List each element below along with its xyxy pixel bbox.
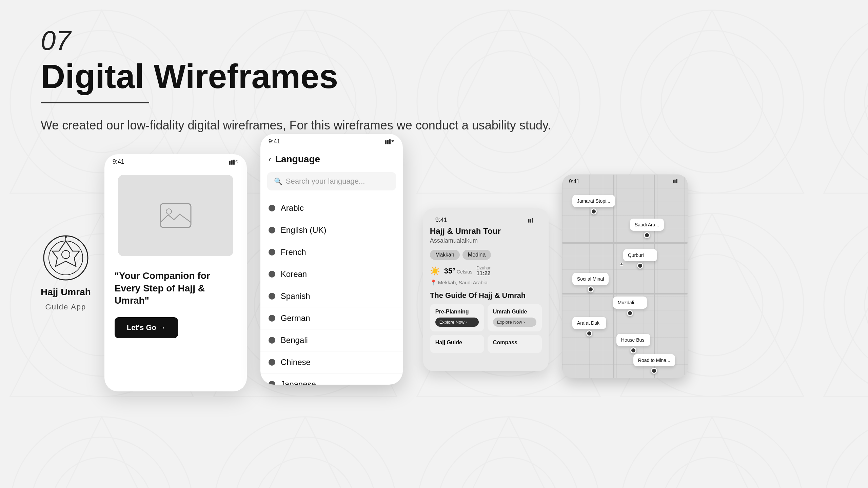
svg-rect-13 [389, 139, 391, 144]
phone4-screen[interactable]: 9:41 Jamarat Stopi... Saudi Ara... Qurbu… [562, 175, 688, 378]
map-card-8: Road to Mina... [633, 354, 675, 366]
weather-icon: ☀️ [430, 266, 440, 276]
svg-rect-14 [528, 219, 529, 222]
guide-section-title: The Guide Of Hajj & Umrah [430, 291, 542, 300]
explore-arrow-icon: › [466, 320, 467, 325]
phone2-time: 9:41 [269, 138, 280, 145]
lang-item-english[interactable]: English (UK) [260, 219, 403, 241]
lang-item-german[interactable]: German [260, 307, 403, 329]
svg-marker-2 [52, 241, 79, 266]
guide-card-umrah[interactable]: Umrah Guide Explore Now › [488, 304, 542, 331]
map-road-h1 [562, 242, 688, 244]
back-button[interactable]: ‹ [269, 155, 271, 164]
map-road-h2 [562, 293, 688, 294]
image-placeholder-icon [159, 202, 193, 229]
map-pin-4: Soci al Minal [572, 273, 609, 292]
lang-bengali: Bengali [281, 336, 308, 345]
phone1-content: "Your Companion for Every Step of Hajj &… [104, 263, 247, 345]
lang-item-korean[interactable]: Korean [260, 263, 403, 285]
svg-rect-16 [532, 218, 533, 223]
lang-item-japanese[interactable]: Japanese [260, 373, 403, 385]
phone4-time: 9:41 [569, 179, 579, 185]
phones-container: Hajj Umrah Guide App 9:41 [41, 154, 827, 391]
weather-row: ☀️ 35° Celsius Dzuhur 11:22 [430, 265, 542, 277]
map-pin-6: Arafat Dak [572, 317, 606, 337]
svg-rect-15 [530, 219, 531, 223]
explore-preplanning-label: Explore Now [439, 320, 465, 325]
lang-dot-arabic [269, 205, 275, 211]
lang-dot-korean [269, 271, 275, 278]
map-pin-5: Muzdali... [613, 297, 647, 316]
map-card-6: Arafat Dak [572, 317, 606, 329]
lang-arabic: Arabic [281, 203, 304, 213]
logo-title: Hajj Umrah [41, 287, 91, 298]
search-icon: 🔍 [274, 177, 282, 185]
hajj-guide-title: Hajj Guide [435, 340, 479, 346]
lang-item-chinese[interactable]: Chinese [260, 351, 403, 373]
guide-card-hajj[interactable]: Hajj Guide [430, 335, 484, 353]
svg-rect-12 [387, 140, 389, 144]
explore-umrah-button[interactable]: Explore Now › [493, 318, 536, 327]
language-search-bar[interactable]: 🔍 Search your language... [267, 172, 396, 190]
map-card-3: Qurburi [623, 249, 657, 261]
map-card-7: House Bus [616, 334, 650, 346]
section-description: We created our low-fidality digital wire… [41, 117, 827, 134]
map-pin-2: Saudi Ara... [630, 219, 664, 238]
language-header: ‹ Language [260, 148, 403, 169]
svg-point-10 [166, 209, 172, 214]
temp-unit: Celsius [457, 269, 472, 274]
lang-dot-japanese [269, 381, 275, 385]
hajj-greeting: Assalamualaikum [430, 237, 542, 244]
svg-point-1 [49, 241, 83, 275]
dzuhur-time: 11:22 [476, 270, 491, 277]
map-pin-3: Qurburi [623, 249, 657, 269]
lang-french: French [281, 247, 306, 257]
guide-card-compass[interactable]: Compass [488, 335, 542, 353]
svg-rect-6 [229, 161, 231, 165]
location-row: 📍 Mekkah, Saudi Arabia [430, 279, 542, 286]
phone2-screen[interactable]: 9:41 ‹ Language 🔍 Search your language..… [260, 134, 403, 385]
tag-medina: Medina [462, 250, 491, 260]
logo-subtitle: Guide App [45, 303, 86, 311]
phone2-status-icons [385, 139, 395, 144]
hajj-tour-title: Hajj & Umrah Tour [430, 226, 542, 236]
lang-item-arabic[interactable]: Arabic [260, 197, 403, 219]
search-placeholder-text: Search your language... [286, 177, 365, 186]
lang-item-spanish[interactable]: Spanish [260, 285, 403, 307]
phone2-inner: 9:41 ‹ Language 🔍 Search your language..… [260, 134, 403, 385]
location-text: Mekkah, Saudi Arabia [438, 280, 488, 285]
phone3-time: 9:41 [435, 217, 447, 224]
guide-card-preplanning[interactable]: Pre-Planning Explore Now › [430, 304, 484, 331]
phone1-status-bar: 9:41 [104, 154, 247, 168]
phone1-screen[interactable]: 9:41 "Your Companion for Every Step of H… [104, 154, 247, 391]
lang-dot-bengali [269, 337, 275, 344]
map-dot-4 [588, 286, 594, 292]
lang-spanish: Spanish [281, 291, 310, 301]
map-container: 9:41 Jamarat Stopi... Saudi Ara... Qurbu… [562, 175, 688, 378]
guide-section: The Guide Of Hajj & Umrah Pre-Planning E… [430, 291, 542, 353]
svg-point-5 [65, 236, 67, 238]
lang-item-bengali[interactable]: Bengali [260, 329, 403, 351]
language-list: Arabic English (UK) French Korean [260, 194, 403, 385]
lang-item-french[interactable]: French [260, 241, 403, 263]
lets-go-button[interactable]: Let's Go → [115, 317, 178, 338]
logo-section: Hajj Umrah Guide App [41, 234, 91, 311]
temperature: 35° [444, 267, 455, 276]
lang-japanese: Japanese [281, 380, 316, 385]
explore-preplanning-button[interactable]: Explore Now › [435, 318, 479, 327]
location-tags: Makkah Medina [430, 250, 542, 260]
map-pin-8: Road to Mina... [633, 354, 675, 374]
map-card-5: Muzdali... [613, 297, 647, 309]
map-dot-2 [644, 232, 650, 238]
lang-dot-english [269, 227, 275, 233]
lets-go-label: Let's Go → [127, 323, 166, 332]
map-pin-1: Jamarat Stopi... [572, 195, 615, 215]
phone1-time: 9:41 [113, 158, 124, 165]
map-dot-6 [586, 330, 592, 337]
svg-rect-7 [231, 160, 233, 165]
lang-english: English (UK) [281, 225, 327, 235]
tag-makkah: Makkah [430, 250, 460, 260]
lang-dot-french [269, 249, 275, 256]
phone3-screen[interactable]: 9:41 Hajj & Umrah Tour Assalamualaikum M… [423, 208, 549, 371]
map-dot-5 [627, 310, 633, 316]
